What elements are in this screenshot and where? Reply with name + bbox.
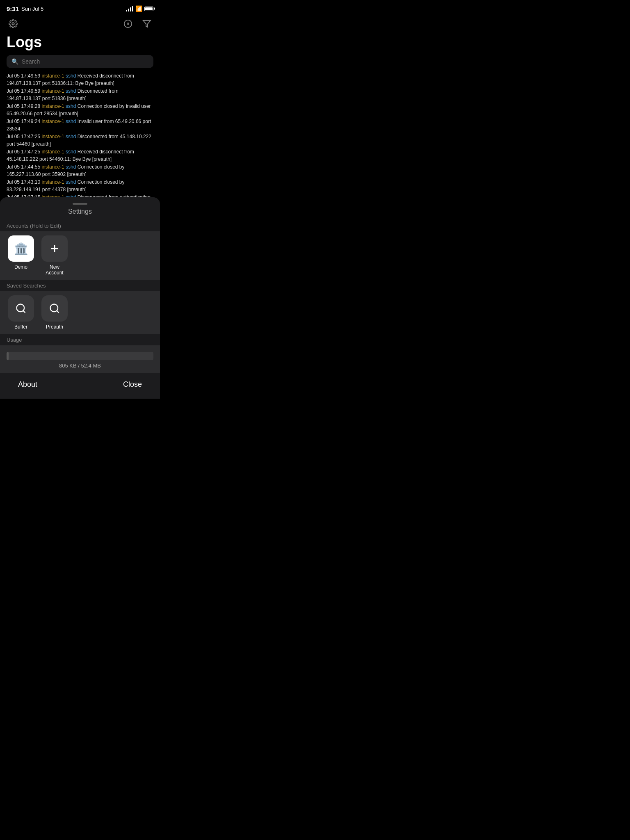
status-date: Sun Jul 5 bbox=[21, 6, 43, 12]
settings-title: Settings bbox=[0, 208, 160, 215]
buffer-search-icon bbox=[8, 295, 34, 322]
svg-point-1 bbox=[124, 20, 132, 27]
svg-line-8 bbox=[23, 310, 25, 313]
status-time: 9:31 bbox=[7, 5, 19, 12]
log-entry: Jul 05 17:47:25 instance-1 sshd Disconne… bbox=[7, 133, 153, 148]
usage-section-label: Usage bbox=[0, 334, 160, 345]
saved-search-buffer[interactable]: Buffer bbox=[7, 295, 35, 330]
toolbar bbox=[0, 16, 160, 34]
search-bar-icon: 🔍 bbox=[11, 58, 18, 65]
usage-section: 805 KB / 52.4 MB bbox=[0, 345, 160, 373]
log-entry: Jul 05 17:49:28 instance-1 sshd Connecti… bbox=[7, 103, 153, 117]
log-entry: Jul 05 17:44:55 instance-1 sshd Connecti… bbox=[7, 163, 153, 178]
svg-point-0 bbox=[12, 23, 14, 25]
svg-point-9 bbox=[50, 304, 58, 312]
svg-point-7 bbox=[17, 304, 25, 312]
wifi-icon: 📶 bbox=[135, 5, 142, 12]
demo-account-label: Demo bbox=[14, 264, 27, 270]
account-new[interactable]: New Account bbox=[40, 235, 69, 276]
log-entry: Jul 05 17:49:24 instance-1 sshd Invalid … bbox=[7, 118, 153, 132]
usage-bar-container bbox=[7, 352, 153, 360]
status-bar: 9:31 Sun Jul 5 📶 bbox=[0, 0, 160, 16]
usage-bar-fill bbox=[7, 352, 9, 360]
new-account-icon bbox=[41, 235, 68, 262]
usage-text: 805 KB / 52.4 MB bbox=[7, 363, 153, 369]
log-entry: Jul 05 17:49:59 instance-1 sshd Disconne… bbox=[7, 87, 153, 102]
buffer-search-label: Buffer bbox=[14, 324, 27, 330]
log-entry: Jul 05 17:43:10 instance-1 sshd Connecti… bbox=[7, 178, 153, 193]
search-input[interactable] bbox=[22, 58, 148, 65]
preauth-search-icon bbox=[41, 295, 68, 322]
battery-icon bbox=[144, 7, 153, 11]
saved-searches-section-label: Saved Searches bbox=[0, 280, 160, 291]
about-button[interactable]: About bbox=[13, 379, 42, 390]
svg-line-10 bbox=[57, 310, 59, 313]
saved-search-preauth[interactable]: Preauth bbox=[40, 295, 69, 330]
preauth-search-label: Preauth bbox=[46, 324, 63, 330]
pause-icon[interactable] bbox=[121, 17, 135, 30]
settings-overlay: Settings Accounts (Hold to Edit) 🏛️ Demo… bbox=[0, 197, 160, 399]
accounts-section-label: Accounts (Hold to Edit) bbox=[0, 220, 160, 231]
saved-searches-row: Buffer Preauth bbox=[0, 291, 160, 334]
search-bar[interactable]: 🔍 bbox=[7, 55, 153, 68]
settings-bottom-row: About Close bbox=[0, 373, 160, 390]
status-icons: 📶 bbox=[126, 5, 153, 12]
close-button[interactable]: Close bbox=[118, 379, 147, 390]
svg-marker-4 bbox=[143, 21, 151, 27]
signal-icon bbox=[126, 6, 133, 11]
settings-icon[interactable] bbox=[7, 17, 20, 30]
new-account-label: New Account bbox=[40, 264, 69, 276]
page-title: Logs bbox=[0, 34, 160, 55]
accounts-row: 🏛️ Demo New Account bbox=[0, 231, 160, 280]
settings-handle bbox=[0, 197, 160, 208]
log-entry: Jul 05 17:49:59 instance-1 sshd Received… bbox=[7, 72, 153, 87]
filter-icon[interactable] bbox=[140, 17, 153, 30]
demo-account-icon: 🏛️ bbox=[8, 235, 34, 262]
account-demo[interactable]: 🏛️ Demo bbox=[7, 235, 35, 276]
log-entry: Jul 05 17:47:25 instance-1 sshd Received… bbox=[7, 148, 153, 163]
